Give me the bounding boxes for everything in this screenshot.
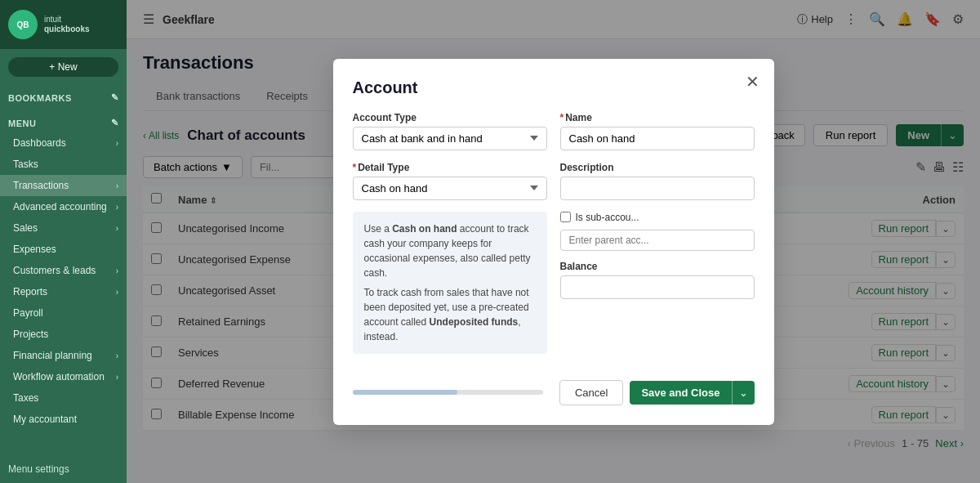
sidebar-item-label: Tasks [13,159,118,170]
chevron-right-icon: › [116,266,118,275]
menu-settings[interactable]: Menu settings [0,455,127,483]
sidebar-item-reports[interactable]: Reports › [0,281,127,302]
logo-icon: QB [8,10,38,39]
sidebar-item-label: Workflow automation [13,371,116,382]
sidebar-item-taxes[interactable]: Taxes [0,387,127,409]
sidebar-item-label: Expenses [13,244,118,255]
sidebar-item-label: Financial planning [13,350,116,361]
bookmarks-header[interactable]: BOOKMARKS ✎ [0,88,127,107]
modal-footer: Cancel Save and Close ⌄ [353,380,755,405]
bookmarks-section: BOOKMARKS ✎ [0,85,127,110]
chevron-right-icon: › [116,351,118,360]
detail-type-col: * Detail Type Cash on hand [353,162,547,200]
sidebar-item-label: My accountant [13,414,118,425]
menu-header[interactable]: MENU ✎ [0,114,127,132]
chevron-right-icon: › [116,288,118,297]
sidebar-item-label: Reports [13,286,116,297]
info-text-1: Use a Cash on hand account to track cash… [364,221,536,280]
chevron-right-icon: › [116,181,118,190]
menu-label: MENU [8,119,36,128]
sidebar-item-financial-planning[interactable]: Financial planning › [0,345,127,366]
cancel-button[interactable]: Cancel [559,380,623,405]
name-input[interactable] [560,127,755,150]
modal-overlay: ✕ Account Account Type Cash at bank and … [127,0,980,483]
sidebar-item-advanced-accounting[interactable]: Advanced accounting › [0,196,127,217]
modal-info-row: Use a Cash on hand account to track cash… [353,212,755,365]
modal-footer-right: Cancel Save and Close ⌄ [559,380,755,405]
sidebar-item-sales[interactable]: Sales › [0,217,127,239]
modal-row-2: * Detail Type Cash on hand Description [353,162,755,200]
sidebar-item-dashboards[interactable]: Dashboards › [0,132,127,154]
account-type-select[interactable]: Cash at bank and in hand [353,127,547,150]
balance-input[interactable] [560,275,755,299]
account-modal: ✕ Account Account Type Cash at bank and … [333,59,774,425]
sidebar-item-customers-leads[interactable]: Customers & leads › [0,260,127,281]
detail-type-label: * Detail Type [353,162,547,173]
sidebar-item-label: Advanced accounting [13,201,116,212]
modal-close-button[interactable]: ✕ [746,72,760,92]
modal-title: Account [353,78,755,97]
sub-account-col: Is sub-accou... Balance [560,212,755,365]
logo-text: intuitquickbooks [44,15,90,34]
save-close-arrow-button[interactable]: ⌄ [732,381,755,405]
chevron-right-icon: › [116,373,118,382]
detail-type-select[interactable]: Cash on hand [353,177,547,200]
bookmarks-edit-icon[interactable]: ✎ [111,92,119,103]
chevron-right-icon: › [116,224,118,233]
sidebar-item-projects[interactable]: Projects [0,324,127,345]
parent-account-input[interactable] [560,230,755,251]
balance-label: Balance [560,261,755,272]
sidebar-item-label: Sales [13,222,116,234]
main-area: ☰ Geekflare ⓘ Help ⋮ 🔍 🔔 🔖 ⚙ Transaction… [127,0,980,483]
sidebar-item-label: Dashboards [13,137,116,149]
sidebar-item-transactions[interactable]: Transactions › [0,175,127,196]
sidebar-item-label: Taxes [13,392,118,404]
account-type-label: Account Type [353,112,547,123]
info-box-col: Use a Cash on hand account to track cash… [353,212,547,365]
bookmarks-label: BOOKMARKS [8,93,72,103]
sidebar-logo: QB intuitquickbooks [0,0,127,49]
sidebar: QB intuitquickbooks + New BOOKMARKS ✎ ME… [0,0,127,483]
info-text-2: To track cash from sales that have not b… [364,285,536,344]
name-col: * Name [560,112,755,150]
sidebar-item-label: Customers & leads [13,265,116,276]
sidebar-item-tasks[interactable]: Tasks [0,154,127,175]
sidebar-item-label: Projects [13,329,118,340]
modal-progress-bar [353,390,543,395]
menu-section: MENU ✎ Dashboards › Tasks Transactions ›… [0,110,127,433]
account-type-col: Account Type Cash at bank and in hand [353,112,547,150]
sidebar-item-my-accountant[interactable]: My accountant [0,409,127,430]
chevron-right-icon: › [116,203,118,212]
is-sub-account-label: Is sub-accou... [576,212,639,223]
required-indicator: * [353,162,357,173]
sidebar-item-workflow-automation[interactable]: Workflow automation › [0,366,127,387]
new-button[interactable]: + New [8,57,118,77]
sidebar-item-payroll[interactable]: Payroll [0,302,127,324]
description-label: Description [560,162,755,173]
modal-row-1: Account Type Cash at bank and in hand * … [353,112,755,150]
required-indicator: * [560,112,564,123]
description-col: Description [560,162,755,200]
sidebar-item-expenses[interactable]: Expenses [0,239,127,260]
save-close-group: Save and Close ⌄ [630,381,754,405]
is-sub-account-row: Is sub-accou... [560,212,755,223]
save-close-button[interactable]: Save and Close [630,381,731,405]
modal-progress-fill [353,390,457,395]
sidebar-item-label: Payroll [13,307,118,319]
is-sub-account-checkbox[interactable] [560,212,571,222]
info-box: Use a Cash on hand account to track cash… [353,212,547,354]
name-label: * Name [560,112,755,123]
sidebar-item-label: Transactions [13,180,116,191]
menu-edit-icon[interactable]: ✎ [111,118,119,128]
description-input[interactable] [560,177,755,200]
balance-section: Balance [560,261,755,299]
chevron-right-icon: › [116,139,118,148]
